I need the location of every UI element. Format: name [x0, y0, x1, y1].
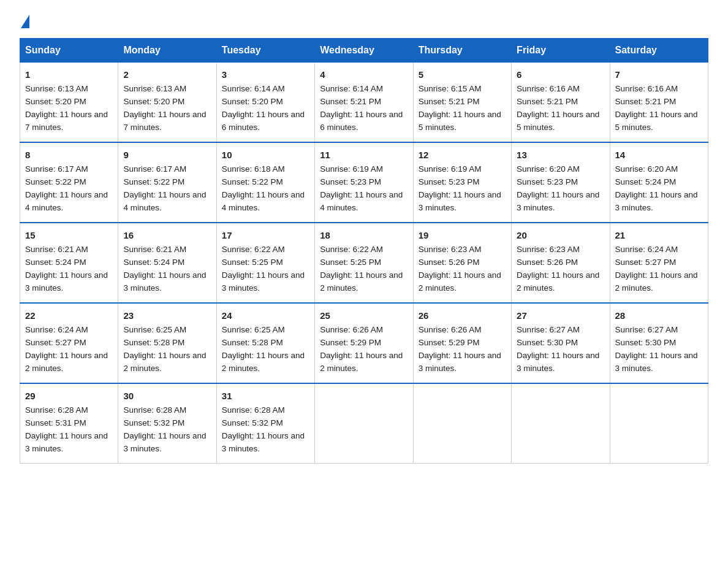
- daylight-label: Daylight: 11 hours and 3 minutes.: [615, 190, 698, 212]
- empty-cell-4-4: [413, 383, 511, 463]
- daylight-label: Daylight: 11 hours and 2 minutes.: [320, 351, 403, 373]
- sunset-label: Sunset: 5:20 PM: [123, 97, 184, 106]
- daylight-label: Daylight: 11 hours and 3 minutes.: [25, 431, 108, 453]
- day-number: 21: [615, 228, 703, 242]
- day-26: 26Sunrise: 6:26 AMSunset: 5:29 PMDayligh…: [413, 303, 511, 383]
- sunset-label: Sunset: 5:27 PM: [615, 258, 677, 267]
- day-number: 4: [320, 67, 408, 82]
- day-number: 27: [517, 308, 604, 323]
- sunset-label: Sunset: 5:21 PM: [615, 97, 677, 106]
- sunrise-label: Sunrise: 6:25 AM: [123, 325, 186, 334]
- day-30: 30Sunrise: 6:28 AMSunset: 5:32 PMDayligh…: [118, 383, 216, 463]
- sunrise-label: Sunrise: 6:19 AM: [419, 164, 482, 174]
- sunrise-label: Sunrise: 6:22 AM: [320, 245, 383, 254]
- sunrise-label: Sunrise: 6:25 AM: [222, 325, 285, 334]
- daylight-label: Daylight: 11 hours and 5 minutes.: [615, 110, 698, 132]
- day-1: 1Sunrise: 6:13 AMSunset: 5:20 PMDaylight…: [20, 63, 118, 142]
- day-10: 10Sunrise: 6:18 AMSunset: 5:22 PMDayligh…: [216, 142, 314, 223]
- header-wednesday: Wednesday: [315, 39, 413, 63]
- sunset-label: Sunset: 5:22 PM: [25, 177, 86, 186]
- day-18: 18Sunrise: 6:22 AMSunset: 5:25 PMDayligh…: [315, 223, 413, 303]
- sunrise-label: Sunrise: 6:24 AM: [25, 325, 88, 334]
- day-6: 6Sunrise: 6:16 AMSunset: 5:21 PMDaylight…: [512, 63, 610, 142]
- daylight-label: Daylight: 11 hours and 4 minutes.: [320, 190, 403, 212]
- sunrise-label: Sunrise: 6:26 AM: [320, 325, 383, 334]
- daylight-label: Daylight: 11 hours and 4 minutes.: [25, 190, 108, 212]
- sunset-label: Sunset: 5:32 PM: [123, 418, 184, 427]
- week-row-4: 22Sunrise: 6:24 AMSunset: 5:27 PMDayligh…: [20, 303, 708, 383]
- day-number: 9: [123, 148, 211, 162]
- header-saturday: Saturday: [610, 39, 708, 63]
- day-number: 25: [320, 308, 408, 323]
- sunrise-label: Sunrise: 6:28 AM: [123, 405, 186, 415]
- day-number: 31: [222, 389, 309, 403]
- day-22: 22Sunrise: 6:24 AMSunset: 5:27 PMDayligh…: [20, 303, 118, 383]
- sunset-label: Sunset: 5:23 PM: [419, 177, 480, 186]
- day-31: 31Sunrise: 6:28 AMSunset: 5:32 PMDayligh…: [216, 383, 314, 463]
- sunset-label: Sunset: 5:28 PM: [222, 338, 283, 347]
- sunset-label: Sunset: 5:24 PM: [123, 258, 184, 267]
- daylight-label: Daylight: 11 hours and 2 minutes.: [517, 270, 599, 293]
- day-24: 24Sunrise: 6:25 AMSunset: 5:28 PMDayligh…: [216, 303, 314, 383]
- sunset-label: Sunset: 5:31 PM: [25, 418, 86, 427]
- day-number: 20: [517, 228, 604, 242]
- day-25: 25Sunrise: 6:26 AMSunset: 5:29 PMDayligh…: [315, 303, 413, 383]
- day-15: 15Sunrise: 6:21 AMSunset: 5:24 PMDayligh…: [20, 223, 118, 303]
- sunrise-label: Sunrise: 6:15 AM: [419, 84, 482, 93]
- day-13: 13Sunrise: 6:20 AMSunset: 5:23 PMDayligh…: [512, 142, 610, 223]
- header-tuesday: Tuesday: [216, 39, 314, 63]
- sunset-label: Sunset: 5:29 PM: [419, 338, 480, 347]
- sunrise-label: Sunrise: 6:23 AM: [517, 245, 580, 254]
- sunset-label: Sunset: 5:24 PM: [25, 258, 86, 267]
- day-number: 23: [123, 308, 211, 323]
- logo-triangle-icon: [21, 15, 29, 28]
- day-12: 12Sunrise: 6:19 AMSunset: 5:23 PMDayligh…: [413, 142, 511, 223]
- day-number: 22: [25, 308, 113, 323]
- sunset-label: Sunset: 5:24 PM: [615, 177, 677, 186]
- week-row-1: 1Sunrise: 6:13 AMSunset: 5:20 PMDaylight…: [20, 63, 708, 142]
- sunrise-label: Sunrise: 6:17 AM: [123, 164, 186, 174]
- daylight-label: Daylight: 11 hours and 2 minutes.: [419, 270, 501, 293]
- sunset-label: Sunset: 5:21 PM: [517, 97, 578, 106]
- daylight-label: Daylight: 11 hours and 3 minutes.: [25, 270, 108, 293]
- daylight-label: Daylight: 11 hours and 2 minutes.: [320, 270, 403, 293]
- day-4: 4Sunrise: 6:14 AMSunset: 5:21 PMDaylight…: [315, 63, 413, 142]
- day-7: 7Sunrise: 6:16 AMSunset: 5:21 PMDaylight…: [610, 63, 708, 142]
- sunset-label: Sunset: 5:26 PM: [517, 258, 578, 267]
- sunrise-label: Sunrise: 6:14 AM: [320, 84, 383, 93]
- calendar-header: SundayMondayTuesdayWednesdayThursdayFrid…: [20, 39, 708, 63]
- day-number: 15: [25, 228, 113, 242]
- week-row-5: 29Sunrise: 6:28 AMSunset: 5:31 PMDayligh…: [20, 383, 708, 463]
- daylight-label: Daylight: 11 hours and 6 minutes.: [222, 110, 305, 132]
- sunset-label: Sunset: 5:21 PM: [320, 97, 381, 106]
- day-11: 11Sunrise: 6:19 AMSunset: 5:23 PMDayligh…: [315, 142, 413, 223]
- day-5: 5Sunrise: 6:15 AMSunset: 5:21 PMDaylight…: [413, 63, 511, 142]
- day-number: 13: [517, 148, 604, 162]
- week-row-3: 15Sunrise: 6:21 AMSunset: 5:24 PMDayligh…: [20, 223, 708, 303]
- day-number: 24: [222, 308, 309, 323]
- daylight-label: Daylight: 11 hours and 5 minutes.: [517, 110, 599, 132]
- day-17: 17Sunrise: 6:22 AMSunset: 5:25 PMDayligh…: [216, 223, 314, 303]
- sunrise-label: Sunrise: 6:20 AM: [615, 164, 678, 174]
- day-27: 27Sunrise: 6:27 AMSunset: 5:30 PMDayligh…: [512, 303, 610, 383]
- sunrise-label: Sunrise: 6:13 AM: [123, 84, 186, 93]
- daylight-label: Daylight: 11 hours and 6 minutes.: [320, 110, 403, 132]
- sunset-label: Sunset: 5:25 PM: [320, 258, 381, 267]
- empty-cell-4-6: [610, 383, 708, 463]
- sunrise-label: Sunrise: 6:23 AM: [419, 245, 482, 254]
- day-20: 20Sunrise: 6:23 AMSunset: 5:26 PMDayligh…: [512, 223, 610, 303]
- daylight-label: Daylight: 11 hours and 3 minutes.: [419, 190, 501, 212]
- sunset-label: Sunset: 5:26 PM: [419, 258, 480, 267]
- day-2: 2Sunrise: 6:13 AMSunset: 5:20 PMDaylight…: [118, 63, 216, 142]
- day-number: 3: [222, 67, 309, 82]
- daylight-label: Daylight: 11 hours and 2 minutes.: [222, 351, 305, 373]
- sunset-label: Sunset: 5:30 PM: [517, 338, 578, 347]
- day-number: 2: [123, 67, 211, 82]
- daylight-label: Daylight: 11 hours and 3 minutes.: [419, 351, 501, 373]
- sunset-label: Sunset: 5:22 PM: [123, 177, 184, 186]
- header-sunday: Sunday: [20, 39, 118, 63]
- day-number: 28: [615, 308, 703, 323]
- sunset-label: Sunset: 5:20 PM: [25, 97, 86, 106]
- header-row: SundayMondayTuesdayWednesdayThursdayFrid…: [20, 39, 708, 63]
- day-number: 26: [419, 308, 506, 323]
